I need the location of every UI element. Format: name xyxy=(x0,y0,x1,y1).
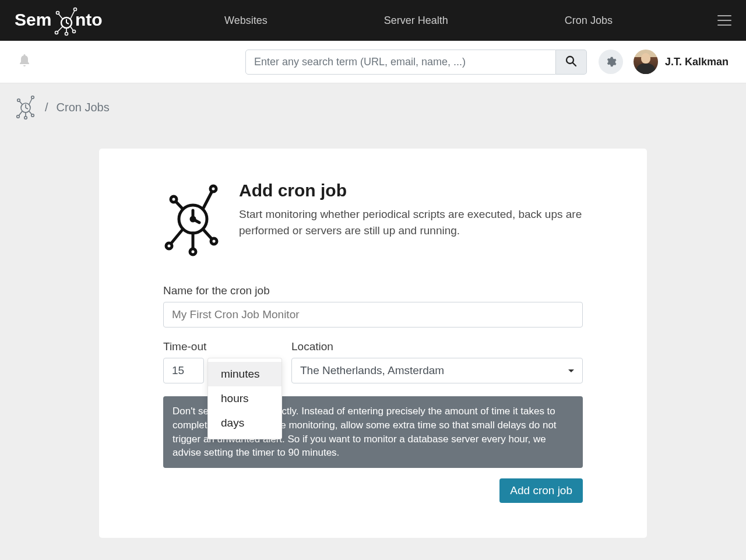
breadcrumb-current: Cron Jobs xyxy=(57,101,110,114)
search-icon xyxy=(565,55,577,67)
svg-line-16 xyxy=(573,63,576,66)
add-cron-card: Add cron job Start monitoring whether pe… xyxy=(99,149,647,538)
svg-point-5 xyxy=(57,12,59,15)
svg-point-35 xyxy=(171,196,177,202)
svg-text:nto: nto xyxy=(75,10,103,29)
svg-point-23 xyxy=(31,96,34,99)
svg-point-25 xyxy=(17,115,20,118)
menu-icon[interactable] xyxy=(717,15,731,26)
svg-point-33 xyxy=(191,217,195,221)
nav-links: Websites Server Health Cron Jobs xyxy=(131,15,706,27)
svg-text:Sem: Sem xyxy=(15,10,51,29)
search-input[interactable] xyxy=(245,50,556,75)
add-cron-job-button[interactable]: Add cron job xyxy=(499,478,583,503)
logo-icon: Sem nto xyxy=(15,3,108,37)
svg-point-41 xyxy=(190,249,196,255)
svg-point-43 xyxy=(211,238,217,244)
dropdown-option-days[interactable]: days xyxy=(208,411,281,435)
svg-point-13 xyxy=(73,30,76,33)
location-select[interactable]: The Netherlands, Amsterdam xyxy=(291,358,583,383)
settings-button[interactable] xyxy=(599,50,623,74)
user-name: J.T. Kalkman xyxy=(665,56,729,68)
svg-point-29 xyxy=(31,114,34,117)
brand-logo[interactable]: Sem nto xyxy=(15,3,108,37)
nav-cron-jobs[interactable]: Cron Jobs xyxy=(565,15,613,27)
nav-server-health[interactable]: Server Health xyxy=(384,15,448,27)
gear-icon xyxy=(605,56,617,68)
svg-line-3 xyxy=(66,23,69,24)
timeout-unit-dropdown: minutes hours days xyxy=(207,358,282,439)
dropdown-option-minutes[interactable]: minutes xyxy=(208,362,281,386)
subheader: J.T. Kalkman xyxy=(0,41,746,83)
svg-point-37 xyxy=(210,186,216,192)
page-title: Add cron job xyxy=(239,181,583,200)
timeout-label: Time-out xyxy=(163,340,280,353)
search-button[interactable] xyxy=(556,50,587,75)
location-label: Location xyxy=(291,340,583,353)
page-description: Start monitoring whether periodical scri… xyxy=(239,206,583,238)
svg-point-27 xyxy=(24,117,27,119)
svg-point-39 xyxy=(166,243,172,249)
bell-icon[interactable] xyxy=(17,53,31,71)
search-group xyxy=(245,50,587,75)
svg-point-9 xyxy=(55,31,58,34)
breadcrumb: / Cron Jobs xyxy=(0,83,746,131)
timeout-value-input[interactable] xyxy=(163,358,204,383)
svg-point-21 xyxy=(17,99,20,102)
top-nav: Sem nto Websites Server Health Cron Jobs xyxy=(0,0,746,41)
breadcrumb-icon[interactable] xyxy=(15,94,37,121)
name-input[interactable] xyxy=(163,302,583,327)
dropdown-option-hours[interactable]: hours xyxy=(208,386,281,411)
svg-point-11 xyxy=(65,33,68,36)
cron-clock-icon xyxy=(163,183,223,261)
name-label: Name for the cron job xyxy=(163,284,583,297)
svg-line-19 xyxy=(26,108,28,109)
breadcrumb-separator: / xyxy=(45,101,48,114)
avatar[interactable] xyxy=(634,50,658,74)
nav-websites[interactable]: Websites xyxy=(224,15,268,27)
